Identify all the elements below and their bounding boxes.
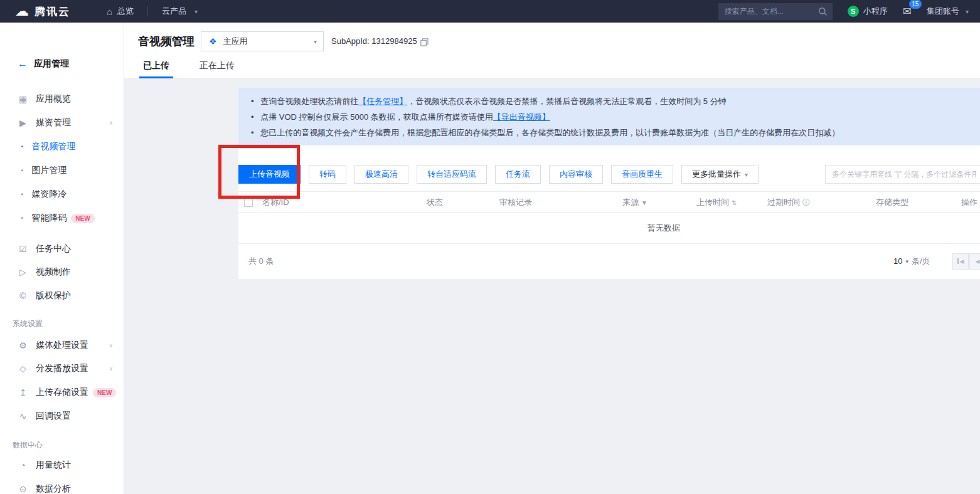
col-upload-time: 上传时间⇅ (696, 192, 737, 213)
pagination-bar: 共 0 条 10 ▾ 条/页 ◀ ◀ (238, 244, 980, 279)
sidebar-section-system-settings: 系统设置 (13, 318, 43, 329)
home-icon: ⌂ (107, 6, 112, 17)
sort-icon[interactable]: ⇅ (732, 199, 737, 206)
gear-icon: ⚙ (18, 340, 28, 350)
prev-page-button[interactable]: ◀ (969, 253, 980, 270)
app-selector-dropdown[interactable]: ❖ 主应用 ▾ (201, 31, 324, 51)
first-page-button[interactable]: ◀ (952, 253, 969, 270)
upload-av-button[interactable]: 上传音视频 (238, 165, 301, 184)
mini-program-entry[interactable]: S 小程序 (848, 6, 888, 17)
messages-entry[interactable]: ✉ 15 (903, 5, 912, 18)
table-header: 名称/ID 状态 审核记录 来源▼ 上传时间⇅ 过期时间ⓘ 存储类型 操作 (238, 191, 980, 213)
chevron-down-icon: ▾ (745, 171, 748, 178)
search-icon[interactable] (818, 7, 828, 16)
nav-products[interactable]: 云产品 ▾ (162, 6, 198, 17)
app-selector-value: 主应用 (223, 36, 248, 47)
av-quality-remaster-button[interactable]: 音画质重生 (611, 165, 673, 184)
empty-state: 暂无数据 (238, 213, 980, 244)
tesHD-button[interactable]: 极速高清 (354, 165, 408, 184)
sidebar-item-copyright[interactable]: © 版权保护 (0, 287, 124, 305)
select-all-checkbox[interactable] (244, 198, 253, 207)
subappid: SubAppId: 1312984925 (331, 31, 429, 51)
bullet-icon: · (21, 213, 24, 224)
back-to-app-management[interactable]: ← 应用管理 (18, 58, 69, 70)
notice-line-2: 点播 VOD 控制台仅展示 5000 条数据，获取点播所有媒资请使用【导出音视频… (251, 109, 979, 125)
tab-uploading[interactable]: 正在上传 (200, 56, 235, 78)
logo-text: 腾讯云 (35, 4, 70, 19)
chevron-down-icon: ▾ (966, 8, 969, 15)
keyword-filter-input[interactable] (825, 165, 980, 184)
chevron-down-icon[interactable]: ∨ (109, 342, 113, 349)
mail-badge: 15 (909, 0, 922, 9)
subappid-label: SubAppId: 1312984925 (331, 31, 417, 51)
col-name-id: 名称/ID (262, 192, 289, 213)
sidebar-item-smart-bitrate[interactable]: · 智能降码 NEW (0, 209, 124, 227)
nav-products-label: 云产品 (162, 6, 186, 17)
notice-banner: 查询音视频处理状态请前往【任务管理】，音视频状态仅表示音视频是否禁播，禁播后音视… (238, 88, 980, 145)
topbar-right: S 小程序 ✉ 15 集团账号 ▾ (718, 3, 969, 20)
sidebar-item-callback-settings[interactable]: ∿ 回调设置 (0, 407, 124, 425)
sidebar-item-usage-stats[interactable]: ◔ 用量统计 (0, 456, 124, 474)
pie-chart-icon: ◔ (18, 460, 28, 470)
sidebar-item-media-processing[interactable]: ⚙ 媒体处理设置 ∨ (0, 337, 124, 354)
sidebar: ← 应用管理 ▦ 应用概览 ▶ 媒资管理 ∧ · 音视频管理 · 图片管理 · … (0, 23, 124, 494)
sidebar-item-distribution-playback[interactable]: ◇ 分发播放设置 ∨ (0, 360, 124, 377)
new-badge: NEW (71, 214, 94, 223)
col-status: 状态 (427, 192, 443, 213)
col-review-record: 审核记录 (499, 192, 532, 213)
back-label: 应用管理 (34, 58, 69, 70)
search-input[interactable] (718, 3, 833, 20)
notice-line-3: 您已上传的音视频文件会产生存储费用，根据您配置相应的存储类型后，各存储类型的统计… (251, 125, 979, 140)
nav-overview[interactable]: ⌂ 总览 (107, 6, 134, 17)
col-storage-type: 存储类型 (876, 192, 908, 213)
sidebar-item-media-assets[interactable]: ▶ 媒资管理 ∧ (0, 114, 124, 132)
bullet-icon: · (21, 165, 24, 176)
chevron-down-icon: ▾ (905, 244, 908, 279)
more-batch-actions-button[interactable]: 更多批量操作▾ (681, 165, 759, 184)
chevron-down-icon: ▾ (194, 8, 198, 15)
sidebar-section-data-center: 数据中心 (13, 440, 43, 451)
adaptive-stream-button[interactable]: 转自适应码流 (417, 165, 487, 184)
transcode-button[interactable]: 转码 (309, 165, 346, 184)
toolbar: 上传音视频 转码 极速高清 转自适应码流 任务流 内容审核 音画质重生 更多批量… (238, 165, 759, 184)
sidebar-item-data-analysis[interactable]: ⊙ 数据分析 (0, 480, 124, 494)
prev-page-icon: ◀ (976, 258, 980, 265)
chevron-up-icon[interactable]: ∧ (109, 120, 113, 126)
account-menu[interactable]: 集团账号 ▾ (927, 6, 969, 17)
first-page-icon: ◀ (960, 258, 964, 265)
account-label: 集团账号 (927, 6, 959, 17)
nav-overview-label: 总览 (117, 6, 134, 17)
export-av-link[interactable]: 【导出音视频】 (493, 112, 550, 122)
notice-line-1: 查询音视频处理状态请前往【任务管理】，音视频状态仅表示音视频是否禁播，禁播后音视… (251, 93, 979, 109)
sidebar-item-upload-storage[interactable]: ↥ 上传存储设置 NEW (0, 384, 124, 401)
mini-program-label: 小程序 (863, 6, 888, 17)
sidebar-item-av-management[interactable]: · 音视频管理 (0, 138, 124, 155)
task-flow-button[interactable]: 任务流 (495, 165, 541, 184)
chevron-down-icon[interactable]: ∨ (109, 365, 113, 372)
filter-icon[interactable]: ▼ (641, 199, 647, 206)
copy-icon[interactable] (420, 38, 429, 46)
task-icon: ☑ (18, 244, 28, 254)
col-actions: 操作 (961, 192, 977, 213)
tab-uploaded[interactable]: 已上传 (143, 56, 169, 78)
info-icon[interactable]: ⓘ (802, 198, 810, 207)
chevron-down-icon: ▾ (314, 38, 317, 45)
play-icon: ▷ (18, 267, 28, 277)
sidebar-item-media-cooling[interactable]: · 媒资降冷 (0, 186, 124, 203)
distribute-icon: ◇ (18, 364, 28, 374)
task-management-link[interactable]: 【任务管理】 (358, 97, 407, 106)
page-size-selector[interactable]: 10 ▾ 条/页 (893, 244, 930, 279)
mini-program-icon: S (848, 6, 859, 17)
bullet-icon: · (21, 141, 24, 152)
sidebar-item-app-overview[interactable]: ▦ 应用概览 (0, 90, 124, 108)
tencent-cloud-logo[interactable]: ☁ 腾讯云 (15, 4, 70, 19)
sidebar-item-video-production[interactable]: ▷ 视频制作 (0, 263, 124, 281)
tab-bar: 已上传 正在上传 (143, 56, 235, 78)
content-review-button[interactable]: 内容审核 (549, 165, 603, 184)
sidebar-item-task-center[interactable]: ☑ 任务中心 (0, 240, 124, 258)
upload-icon: ↥ (18, 387, 28, 397)
sidebar-item-image-management[interactable]: · 图片管理 (0, 162, 124, 179)
copyright-icon: © (18, 291, 28, 301)
main-header: 音视频管理 ❖ 主应用 ▾ SubAppId: 1312984925 已上传 正… (124, 23, 980, 79)
vod-console-page: ☁ 腾讯云 ⌂ 总览 云产品 ▾ S 小程序 ✉ 15 (0, 0, 980, 494)
